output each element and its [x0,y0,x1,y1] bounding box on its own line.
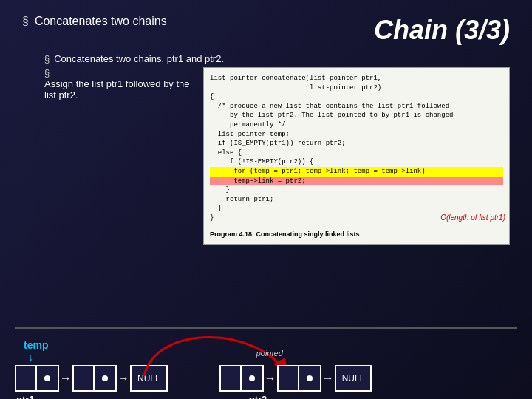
code-line-8: if (IS_EMPTY(ptr1)) return ptr2; [210,139,503,149]
code-line-10: if (!IS-EMPTY(ptr2)) { [210,157,503,167]
sub-bullet-1: Concatenates two chains, ptr1 and ptr2. [44,53,510,64]
ptr1-label: ptr1 [16,394,35,399]
bullets: Concatenates two chains, ptr1 and ptr2. … [30,53,510,245]
content-row: Assign the list ptr1 followed by the lis… [30,67,510,245]
divider [15,327,517,329]
node-2-data [74,366,95,390]
code-box: list-pointer concatenate(list-pointer pt… [203,67,510,245]
code-line-14: return ptr1; [210,195,503,205]
null-box-2: NULL [335,365,372,392]
node-3-ptr [242,366,262,390]
main-bullet: Concatenates two chains [22,15,167,28]
node-2 [72,365,117,392]
arrow-3: → [265,372,276,385]
node-4 [277,365,321,392]
code-line-6: permanently */ [210,120,503,130]
slide: Concatenates two chains Chain (3/3) Conc… [0,0,532,399]
arrow-4: → [322,372,334,385]
null-box-1: NULL [130,365,168,392]
node-4-data [279,366,299,390]
node-1-dot [44,375,50,381]
arrow-2: → [117,372,129,385]
code-line-13: } [210,185,503,195]
code-line-1: list-pointer concatenate(list-pointer pt… [210,74,503,83]
main-bullet-text: Concatenates two chains [35,15,167,28]
sub-bullet-2: Assign the list ptr1 followed by the lis… [44,67,192,242]
code-caption: Program 4.18: Concatenating singly linke… [210,228,503,238]
code-line-7: list-pointer temp; [210,130,503,140]
header-left: Concatenates two chains [22,15,167,33]
code-line-3: { [210,92,503,102]
code-line-4: /* produce a new list that contains the … [210,102,503,112]
code-line-5: by the list ptr2. The list pointed to by… [210,111,503,120]
node-3 [219,365,264,392]
ptr2-section: → → NULL ptr2 pointed [219,365,372,392]
sub-bullet-2-text: Assign the list ptr1 followed by the lis… [44,78,192,100]
node-3-data [221,366,242,390]
node-3-dot [249,375,255,381]
code-line-15: } [210,204,503,214]
ptr2-label: ptr2 [249,394,267,399]
pointed-text: pointed [256,349,283,358]
code-line-11: for (temp = ptr1; temp->link; temp = tem… [210,167,503,177]
chain-label: Chain (3/3) [374,15,510,46]
node-4-ptr [299,366,320,390]
ptr1-section: → → NULL ptr1 [15,365,168,392]
sub-bullet-1-text: Concatenates two chains, ptr1 and ptr2. [54,53,224,64]
node-4-dot [307,375,313,381]
node-1-ptr [37,366,58,390]
code-line-9: else { [210,149,503,158]
node-1 [15,365,59,392]
code-line-12: temp->link = ptr2; [210,177,503,186]
linked-list-row: → → NULL ptr1 [15,365,517,392]
node-2-ptr [95,366,115,390]
arrow-1: → [60,372,72,385]
node-1-data [16,366,37,390]
diagram-area: temp ↓ → [15,339,517,392]
node-2-dot [102,375,108,381]
complexity-label: O(length of list ptr1) [440,214,505,222]
code-line-2: list-pointer ptr2) [210,83,503,93]
header: Concatenates two chains Chain (3/3) [22,15,510,46]
code-caption-text: Program 4.18: Concatenating singly linke… [210,231,360,238]
